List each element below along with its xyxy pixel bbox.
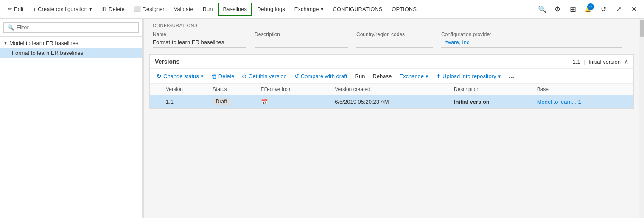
versions-panel: Versions 1.1 | Initial version ∧ ↻ Chang… bbox=[149, 54, 634, 109]
tree-parent-item[interactable]: ▼ Model to learn ER baselines bbox=[0, 38, 142, 48]
more-icon: ... bbox=[509, 72, 514, 80]
edit-icon: ✏ bbox=[8, 6, 12, 12]
expand-icon: ⤢ bbox=[616, 5, 622, 13]
upload-icon: ⬆ bbox=[436, 73, 441, 79]
edit-button[interactable]: ✏ Edit bbox=[3, 3, 28, 15]
rebase-button[interactable]: Rebase bbox=[369, 71, 395, 81]
config-provider-label: Configuration provider bbox=[441, 31, 622, 37]
designer-icon: ⬜ bbox=[134, 6, 141, 12]
upload-chevron-icon: ▾ bbox=[498, 73, 501, 79]
options-button[interactable]: OPTIONS bbox=[387, 3, 421, 15]
filter-input-container[interactable]: 🔍 bbox=[3, 22, 139, 33]
filter-input[interactable] bbox=[17, 24, 135, 31]
get-this-version-button[interactable]: ⊙ Get this version bbox=[238, 71, 290, 81]
cell-r bbox=[150, 95, 162, 108]
close-button[interactable]: ✕ bbox=[627, 3, 641, 16]
tree-child-label: Format to learn ER baselines bbox=[12, 50, 83, 56]
col-header-effective-from[interactable]: Effective from bbox=[258, 84, 332, 95]
change-status-button[interactable]: ↻ Change status ▾ bbox=[153, 71, 207, 81]
tree-collapse-icon: ▼ bbox=[3, 41, 8, 45]
exchange-button[interactable]: Exchange ▾ bbox=[290, 3, 328, 15]
cell-description: Initial version bbox=[451, 95, 534, 108]
close-icon: ✕ bbox=[631, 5, 637, 13]
toolbar-right-actions: 🔍 ⚙ ⊞ 🔔 0 ↺ ⤢ ✕ bbox=[535, 3, 641, 16]
table-row[interactable]: 1.1 Draft 📅 6/5/2019 05:20:23 AM Initial… bbox=[150, 95, 633, 108]
office-button[interactable]: ⊞ bbox=[566, 3, 580, 16]
run-button[interactable]: Run bbox=[199, 3, 217, 15]
cell-base: Model to learn... 1 bbox=[534, 95, 633, 108]
compare-icon: ↺ bbox=[294, 73, 299, 79]
search-icon: 🔍 bbox=[538, 5, 546, 13]
main-toolbar: ✏ Edit + Create configuration ▾ 🗑 Delete… bbox=[0, 0, 644, 19]
office-icon: ⊞ bbox=[570, 5, 576, 14]
tree-parent-label: Model to learn ER baselines bbox=[9, 40, 78, 46]
main-layout: 🔍 ▼ Model to learn ER baselines Format t… bbox=[0, 19, 644, 218]
get-version-icon: ⊙ bbox=[242, 73, 246, 79]
search-button[interactable]: 🔍 bbox=[535, 3, 549, 16]
versions-title: Versions bbox=[155, 58, 179, 65]
col-header-status[interactable]: Status bbox=[209, 84, 258, 95]
configurations-button[interactable]: CONFIGURATIONS bbox=[329, 3, 387, 15]
notification-button[interactable]: 🔔 0 bbox=[581, 3, 595, 16]
config-country-label: Country/region codes bbox=[356, 31, 433, 37]
designer-button[interactable]: ⬜ Designer bbox=[130, 3, 169, 15]
refresh-button[interactable]: ↺ bbox=[596, 3, 610, 16]
settings-button[interactable]: ⚙ bbox=[551, 3, 564, 16]
config-description-label: Description bbox=[255, 31, 348, 37]
exchange-dropdown-icon: ▾ bbox=[426, 73, 428, 79]
delete-button[interactable]: 🗑 Delete bbox=[97, 3, 129, 15]
versions-header: Versions 1.1 | Initial version ∧ bbox=[150, 55, 633, 69]
versions-separator: | bbox=[584, 59, 585, 65]
scrollbar-thumb[interactable] bbox=[640, 20, 644, 37]
config-country-col: Country/region codes bbox=[356, 31, 441, 48]
change-status-chevron: ▾ bbox=[201, 73, 204, 79]
create-configuration-button[interactable]: + Create configuration ▾ bbox=[28, 3, 96, 15]
versions-table-body: 1.1 Draft 📅 6/5/2019 05:20:23 AM Initial… bbox=[150, 95, 633, 108]
versions-exchange-button[interactable]: Exchange ▾ bbox=[396, 71, 432, 81]
upload-repository-button[interactable]: ⬆ Upload into repository ▾ bbox=[433, 71, 504, 81]
exchange-chevron-icon: ▾ bbox=[321, 6, 324, 12]
versions-delete-icon: 🗑 bbox=[211, 73, 217, 79]
config-country-value bbox=[356, 39, 433, 48]
versions-collapse-icon[interactable]: ∧ bbox=[624, 58, 628, 65]
col-header-description[interactable]: Description bbox=[451, 84, 534, 95]
col-header-version[interactable]: Version bbox=[162, 84, 209, 95]
config-name-col: Name Format to learn ER baselines bbox=[153, 31, 255, 48]
debug-logs-button[interactable]: Debug logs bbox=[253, 3, 289, 15]
expand-button[interactable]: ⤢ bbox=[612, 3, 625, 16]
config-provider-value[interactable]: Litware, Inc. bbox=[441, 39, 622, 48]
cell-effective-from: 📅 bbox=[258, 95, 332, 108]
refresh-icon: ↺ bbox=[601, 5, 606, 13]
status-badge: Draft bbox=[213, 98, 230, 105]
gear-icon: ⚙ bbox=[554, 5, 560, 13]
versions-delete-button[interactable]: 🗑 Delete bbox=[208, 71, 238, 81]
versions-version-number: 1.1 bbox=[573, 59, 580, 65]
config-name-value: Format to learn ER baselines bbox=[153, 39, 246, 48]
scrollbar[interactable] bbox=[639, 19, 644, 218]
versions-toolbar: ↻ Change status ▾ 🗑 Delete ⊙ Get this ve… bbox=[150, 69, 633, 84]
compare-with-draft-button[interactable]: ↺ Compare with draft bbox=[291, 71, 351, 81]
config-description-col: Description bbox=[255, 31, 356, 48]
calendar-icon[interactable]: 📅 bbox=[261, 99, 268, 105]
col-header-base[interactable]: Base bbox=[534, 84, 633, 95]
more-button[interactable]: ... bbox=[505, 71, 518, 82]
config-provider-col: Configuration provider Litware, Inc. bbox=[441, 31, 630, 48]
baselines-button[interactable]: Baselines bbox=[218, 3, 252, 16]
notification-count: 0 bbox=[587, 3, 594, 10]
trash-icon: 🗑 bbox=[101, 6, 107, 12]
validate-button[interactable]: Validate bbox=[170, 3, 198, 15]
left-panel: 🔍 ▼ Model to learn ER baselines Format t… bbox=[0, 19, 143, 218]
tree-child-item[interactable]: Format to learn ER baselines bbox=[0, 48, 142, 58]
cell-status: Draft bbox=[209, 95, 258, 108]
change-status-icon: ↻ bbox=[157, 73, 162, 79]
versions-version-label: Initial version bbox=[588, 59, 621, 65]
plus-icon: + bbox=[33, 6, 36, 12]
tree-area: ▼ Model to learn ER baselines Format to … bbox=[0, 37, 142, 218]
config-meta: Name Format to learn ER baselines Descri… bbox=[153, 31, 630, 48]
config-header: CONFIGURATIONS Name Format to learn ER b… bbox=[144, 19, 639, 51]
versions-table-header: Version Status Effective from Version cr… bbox=[150, 84, 633, 95]
versions-run-button[interactable]: Run bbox=[352, 71, 369, 81]
col-header-version-created[interactable]: Version created bbox=[331, 84, 451, 95]
filter-search-icon: 🔍 bbox=[7, 24, 14, 31]
right-content: CONFIGURATIONS Name Format to learn ER b… bbox=[144, 19, 639, 218]
